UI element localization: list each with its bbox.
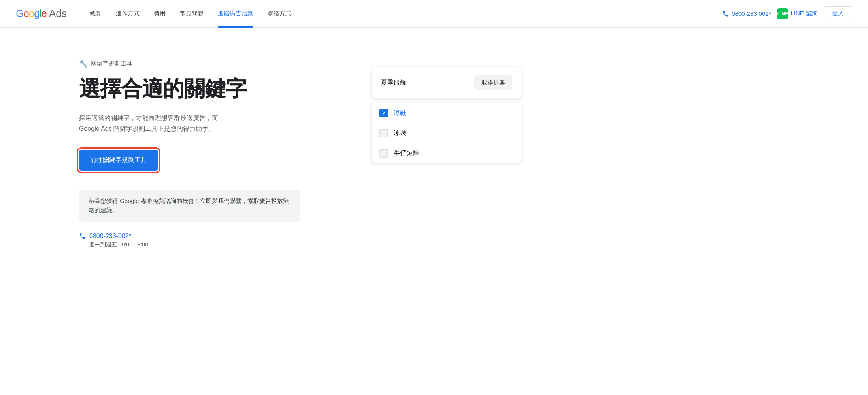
search-term: 夏季服飾 bbox=[381, 79, 470, 87]
nav-item-overview[interactable]: 總覽 bbox=[83, 0, 109, 28]
line-icon: LINE bbox=[777, 8, 788, 19]
promo-text: 恭喜您獲得 Google 專家免費諮詢的機會！立即與我們聯繫，索取廣告投放策略的… bbox=[89, 198, 289, 213]
tool-label-text: 關鍵字規劃工具 bbox=[91, 60, 132, 68]
tool-label: 🔧 關鍵字規劃工具 bbox=[79, 59, 316, 68]
nav-item-faq[interactable]: 常見問題 bbox=[173, 0, 211, 28]
keyword-illustration: 夏季服飾 取得提案 涼鞋 泳裝 牛仔短褲 bbox=[372, 67, 522, 163]
logo-google-text: Google bbox=[16, 8, 47, 20]
header-phone[interactable]: 0800-233-002* bbox=[722, 10, 771, 17]
get-suggestion-button[interactable]: 取得提案 bbox=[474, 75, 512, 90]
keyword-item-sandals: 涼鞋 bbox=[372, 103, 522, 123]
main-desc-line2: Google Ads 關鍵字規劃工具正是您的得力助手。 bbox=[79, 125, 215, 132]
keyword-checkbox-swimwear[interactable] bbox=[379, 129, 388, 137]
main-heading: 選擇合適的關鍵字 bbox=[79, 76, 316, 102]
header-line[interactable]: LINE LINE 諮詢 bbox=[777, 8, 817, 19]
keyword-item-swimwear: 泳裝 bbox=[372, 123, 522, 143]
header-right: 0800-233-002* LINE LINE 諮詢 登入 bbox=[722, 6, 852, 21]
main-desc-line1: 採用適當的關鍵字，才能向理想客群放送廣告，而 bbox=[79, 115, 218, 121]
nav-item-how-it-works[interactable]: 運作方式 bbox=[109, 0, 147, 28]
promo-banner: 恭喜您獲得 Google 專家免費諮詢的機會！立即與我們聯繫，索取廣告投放策略的… bbox=[79, 190, 300, 222]
contact-phone[interactable]: 0800-233-002* bbox=[79, 233, 316, 240]
logo[interactable]: Google Ads bbox=[16, 8, 67, 20]
keyword-item-shorts: 牛仔短褲 bbox=[372, 143, 522, 163]
keyword-checkbox-sandals[interactable] bbox=[379, 109, 388, 117]
keyword-label-shorts: 牛仔短褲 bbox=[394, 149, 419, 158]
site-header: Google Ads 總覽 運作方式 費用 常見問題 進階廣告活動 聯絡方式 0… bbox=[0, 0, 868, 28]
keyword-label-swimwear: 泳裝 bbox=[394, 129, 406, 137]
wrench-icon: 🔧 bbox=[79, 59, 88, 68]
main-nav: 總覽 運作方式 費用 常見問題 進階廣告活動 聯絡方式 bbox=[83, 0, 723, 28]
main-description: 採用適當的關鍵字，才能向理想客群放送廣告，而 Google Ads 關鍵字規劃工… bbox=[79, 113, 245, 134]
keyword-search-box: 夏季服飾 取得提案 bbox=[372, 67, 522, 98]
keyword-results: 涼鞋 泳裝 牛仔短褲 bbox=[372, 103, 522, 163]
cta-button[interactable]: 前往關鍵字規劃工具 bbox=[79, 150, 158, 171]
nav-item-advanced[interactable]: 進階廣告活動 bbox=[211, 0, 260, 28]
login-button[interactable]: 登入 bbox=[824, 6, 852, 21]
contact-hours: 週一到週五 09:00-18:00 bbox=[89, 241, 316, 248]
header-phone-number: 0800-233-002* bbox=[732, 10, 771, 17]
phone-icon bbox=[722, 10, 729, 17]
main-content: 🔧 關鍵字規劃工具 選擇合適的關鍵字 採用適當的關鍵字，才能向理想客群放送廣告，… bbox=[0, 28, 553, 383]
header-line-label: LINE 諮詢 bbox=[791, 10, 817, 17]
keyword-label-sandals: 涼鞋 bbox=[394, 109, 406, 117]
contact-section: 0800-233-002* 週一到週五 09:00-18:00 bbox=[79, 233, 316, 248]
nav-item-pricing[interactable]: 費用 bbox=[147, 0, 173, 28]
nav-item-contact[interactable]: 聯絡方式 bbox=[260, 0, 298, 28]
content-left: 🔧 關鍵字規劃工具 選擇合適的關鍵字 採用適當的關鍵字，才能向理想客群放送廣告，… bbox=[79, 59, 316, 248]
contact-phone-number: 0800-233-002* bbox=[89, 233, 131, 240]
keyword-checkbox-shorts[interactable] bbox=[379, 149, 388, 158]
contact-phone-icon bbox=[79, 233, 86, 240]
logo-ads-text: Ads bbox=[49, 8, 67, 20]
